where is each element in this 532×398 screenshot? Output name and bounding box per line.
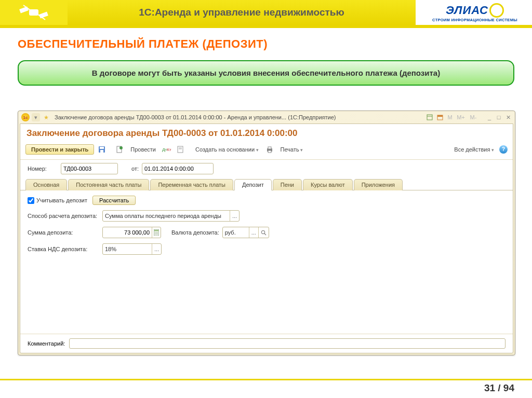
- svg-point-27: [157, 234, 158, 235]
- product-logo: [0, 0, 68, 25]
- svg-point-28: [261, 230, 264, 234]
- ellipsis-icon[interactable]: ...: [249, 227, 258, 238]
- svg-rect-18: [268, 147, 271, 149]
- method-label: Способ расчета депозита:: [28, 213, 99, 219]
- tab-attachments[interactable]: Приложения: [354, 179, 403, 190]
- company-logo: ЭЛИАС СТРОИМ ИНФОРМАЦИОННЫЕ СИСТЕМЫ: [416, 0, 532, 25]
- deposit-panel: Учитывать депозит Рассчитать Способ расч…: [20, 190, 513, 334]
- svg-point-23: [156, 232, 157, 234]
- svg-point-26: [156, 234, 157, 235]
- calculate-button[interactable]: Рассчитать: [92, 196, 136, 205]
- tab-const-part[interactable]: Постоянная часть платы: [68, 179, 149, 190]
- submit-button[interactable]: Провести: [127, 145, 159, 154]
- comment-input[interactable]: [69, 338, 506, 349]
- document-icon[interactable]: [114, 144, 125, 155]
- svg-point-22: [155, 232, 156, 234]
- svg-rect-10: [100, 147, 104, 149]
- dt-kt-icon[interactable]: ДтКт: [161, 144, 172, 155]
- submit-close-button[interactable]: Провести и закрыть: [25, 144, 94, 155]
- svg-rect-21: [154, 230, 158, 231]
- page-number: 31 / 94: [0, 382, 532, 394]
- app-window: 1c ▾ ★ Заключение договора аренды ТД00-0…: [18, 111, 515, 355]
- number-date-row: Номер: от:: [20, 160, 513, 177]
- vat-select[interactable]: 18% ...: [102, 243, 162, 255]
- app-1c-icon: 1c: [21, 113, 30, 121]
- svg-point-13: [119, 146, 123, 149]
- search-icon[interactable]: [258, 227, 269, 238]
- sum-input[interactable]: [102, 227, 161, 238]
- svg-point-24: [157, 232, 158, 234]
- tab-penalty[interactable]: Пени: [273, 179, 302, 190]
- comment-row: Комментарий:: [20, 334, 513, 353]
- slide-title: ОБЕСПЕЧИТЕЛЬНЫЙ ПЛАТЕЖ (ДЕПОЗИТ): [18, 37, 514, 51]
- slide-footer: 31 / 94: [0, 379, 532, 394]
- sum-label: Сумма депозита:: [28, 229, 99, 236]
- svg-rect-14: [178, 146, 183, 153]
- ellipsis-icon[interactable]: ...: [152, 244, 161, 254]
- form-toolbar: Провести и закрыть Провести ДтКт Создать…: [20, 142, 513, 160]
- all-actions-button[interactable]: Все действия: [451, 145, 497, 154]
- save-icon[interactable]: [96, 144, 108, 155]
- calc-toolbar-icon[interactable]: [425, 113, 434, 121]
- number-input[interactable]: [61, 163, 118, 174]
- favorite-icon[interactable]: ★: [42, 113, 50, 121]
- tab-bar: Основная Постоянная часть платы Переменн…: [20, 179, 513, 190]
- svg-line-29: [264, 234, 266, 235]
- window-titlebar: 1c ▾ ★ Заключение договора аренды ТД00-0…: [18, 111, 515, 123]
- nav-down-icon[interactable]: ▾: [32, 113, 40, 121]
- date-input[interactable]: [142, 163, 214, 174]
- svg-rect-5: [427, 115, 432, 120]
- calculator-icon[interactable]: [152, 227, 161, 238]
- svg-rect-19: [268, 150, 271, 153]
- minimize-button[interactable]: _: [486, 114, 493, 121]
- svg-rect-8: [437, 115, 443, 117]
- vat-label: Ставка НДС депозита:: [28, 246, 99, 252]
- help-icon[interactable]: ?: [499, 145, 508, 154]
- number-label: Номер:: [28, 166, 58, 172]
- info-banner: В договоре могут быть указаны условия вн…: [18, 60, 514, 86]
- report-icon[interactable]: [175, 144, 186, 155]
- print-icon[interactable]: [264, 144, 275, 155]
- product-name: 1С:Аренда и управление недвижимостью: [68, 7, 416, 18]
- comment-label: Комментарий:: [28, 340, 65, 347]
- print-button[interactable]: Печать: [277, 145, 307, 154]
- ellipsis-icon[interactable]: ...: [230, 211, 239, 221]
- create-on-basis-button[interactable]: Создать на основании: [192, 145, 262, 154]
- method-select[interactable]: Сумма оплаты последнего периода аренды .…: [102, 210, 240, 222]
- svg-point-25: [155, 234, 156, 235]
- mem-mplus[interactable]: М+: [456, 114, 466, 121]
- svg-rect-11: [100, 150, 103, 153]
- currency-select[interactable]: руб. ...: [222, 227, 269, 238]
- tab-deposit[interactable]: Депозит: [234, 179, 272, 190]
- currency-label: Валюта депозита:: [171, 229, 219, 236]
- account-deposit-checkbox[interactable]: Учитывать депозит: [28, 197, 87, 204]
- tab-rates[interactable]: Курсы валют: [303, 179, 353, 190]
- svg-rect-0: [30, 10, 38, 15]
- mem-mminus[interactable]: М-: [468, 114, 478, 121]
- slide-header: 1С:Аренда и управление недвижимостью ЭЛИ…: [0, 0, 532, 25]
- gear-icon: [489, 3, 504, 18]
- close-button[interactable]: ✕: [504, 114, 512, 121]
- satellite-icon: [18, 2, 49, 23]
- tab-var-part[interactable]: Переменная часть платы: [150, 179, 233, 190]
- tab-main[interactable]: Основная: [25, 179, 67, 190]
- form-title: Заключение договора аренды ТД00-0003 от …: [20, 124, 513, 142]
- date-label: от:: [131, 166, 139, 172]
- maximize-button[interactable]: □: [495, 114, 502, 121]
- mem-m[interactable]: М: [446, 114, 454, 121]
- calendar-toolbar-icon[interactable]: [436, 113, 444, 121]
- window-title: Заключение договора аренды ТД00-0003 от …: [51, 114, 424, 120]
